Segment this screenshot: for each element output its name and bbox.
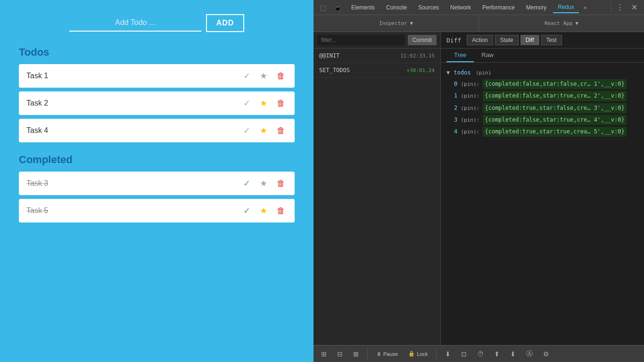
tree-pin: (pin): <box>461 93 479 99</box>
completed-section-title: Completed <box>19 154 295 166</box>
add-button[interactable]: ADD <box>206 14 245 32</box>
customize-devtools-button[interactable]: ⋮ <box>613 2 627 13</box>
tree-pin: (pin): <box>461 129 479 135</box>
tree-index: 3 <box>454 116 457 123</box>
bottom-icon-1[interactable]: ⊞ <box>317 348 330 360</box>
tab-raw[interactable]: Raw <box>474 49 501 62</box>
bottom-icon-4[interactable]: ⬇ <box>441 348 454 360</box>
delete-button[interactable]: 🗑 <box>275 70 287 82</box>
tab-memory[interactable]: Memory <box>521 2 551 13</box>
todo-text: Task 5 <box>26 206 236 215</box>
tree-root-key: todos <box>454 68 471 77</box>
check-button[interactable]: ✓ <box>241 205 252 217</box>
tree-value: {completed:true,star:false,cre… 3',__v:0… <box>483 103 626 113</box>
action-item-set-todos[interactable]: SET_TODOS +30:01.24 <box>314 63 440 78</box>
todo-item: Task 4 ✓ ★ 🗑 <box>19 119 295 142</box>
check-button[interactable]: ✓ <box>241 124 252 137</box>
device-toggle-icon[interactable]: 📱 <box>331 2 345 13</box>
star-button[interactable]: ★ <box>258 70 269 82</box>
tree-root-row: ▼ todos (pin) <box>445 67 640 78</box>
tree-item-row: 4 (pin): {completed:true,star:true,crea…… <box>445 126 640 138</box>
pause-icon: ⏸ <box>376 351 381 357</box>
bottom-icon-6[interactable]: ⏱ <box>473 348 487 360</box>
tab-network[interactable]: Network <box>446 2 476 13</box>
tree-value: {completed:false,star:true,cre… 4',__v:0… <box>483 115 626 125</box>
action-name: SET_TODOS <box>319 67 350 74</box>
todo-item: Task 2 ✓ ★ 🗑 <box>19 91 295 115</box>
star-button[interactable]: ★ <box>258 205 269 217</box>
tree-pin: (pin): <box>461 81 479 87</box>
inspector-title-section: Inspector ▼ <box>314 20 479 26</box>
delete-button[interactable]: 🗑 <box>275 178 287 189</box>
bottom-icon-8[interactable]: ⬇ <box>506 348 520 360</box>
react-app-title: React App <box>545 20 573 26</box>
filter-bar: Commit <box>314 32 440 49</box>
tree-index: 1 <box>454 92 457 99</box>
inspect-element-icon[interactable]: ⬚ <box>317 2 329 13</box>
devtools-overflow: ⋮ ✕ <box>611 2 640 13</box>
action-name: @@INIT <box>319 52 339 59</box>
todos-list: Task 1 ✓ ★ 🗑 Task 2 ✓ ★ 🗑 Task 4 ✓ ★ 🗑 <box>19 64 295 142</box>
tree-collapse-icon[interactable]: ▼ <box>446 68 450 77</box>
pause-label: Pause <box>383 351 398 357</box>
close-devtools-button[interactable]: ✕ <box>628 2 640 13</box>
tab-state[interactable]: State <box>495 35 519 45</box>
check-button[interactable]: ✓ <box>241 97 252 109</box>
tab-action[interactable]: Action <box>467 35 493 45</box>
lock-icon: 🔒 <box>408 351 415 357</box>
completed-list: Task 3 ✓ ★ 🗑 Task 5 ✓ ★ 🗑 <box>19 172 295 222</box>
star-button[interactable]: ★ <box>258 177 269 189</box>
more-tabs-button[interactable]: » <box>581 2 590 13</box>
todos-section-title: Todos <box>19 46 295 58</box>
tab-sources[interactable]: Sources <box>413 2 444 13</box>
diff-tabs: Diff Action State Diff Test <box>441 32 644 49</box>
bottom-icon-3[interactable]: ⊠ <box>349 348 363 360</box>
bottom-icon-9[interactable]: Ⓐ <box>522 348 537 360</box>
tab-test[interactable]: Test <box>541 35 562 45</box>
star-button[interactable]: ★ <box>258 124 269 137</box>
diff-label: Diff <box>446 37 461 44</box>
tree-index: 4 <box>454 128 457 135</box>
todo-text: Task 2 <box>26 99 236 107</box>
react-app-dropdown-icon[interactable]: ▼ <box>575 20 578 26</box>
devtools-topbar: ⬚ 📱 Elements Console Sources Network Per… <box>314 0 644 15</box>
tree-root-pin: (pin) <box>472 69 491 77</box>
tree-index: 0 <box>454 81 457 87</box>
tab-elements[interactable]: Elements <box>347 2 380 13</box>
tab-console[interactable]: Console <box>381 2 412 13</box>
pause-button[interactable]: ⏸ Pause <box>372 349 402 359</box>
lock-button[interactable]: 🔒 Lock <box>405 349 431 359</box>
delete-button[interactable]: 🗑 <box>275 125 287 137</box>
tab-tree[interactable]: Tree <box>446 49 474 62</box>
commit-button[interactable]: Commit <box>408 35 437 45</box>
add-todo-input[interactable] <box>69 15 201 32</box>
bottom-icon-7[interactable]: ⬆ <box>490 348 504 360</box>
bottom-divider-2 <box>436 348 437 360</box>
inspector-header: Inspector ▼ React App ▼ <box>314 15 644 32</box>
inspector-dropdown-icon[interactable]: ▼ <box>410 20 413 26</box>
react-app-title-section: React App ▼ <box>479 20 644 26</box>
action-item-init[interactable]: @@INIT 11:02:33.15 <box>314 49 440 63</box>
tree-value: {completed:true,star:true,crea… 5',__v:0… <box>483 127 626 137</box>
settings-button[interactable]: ⚙ <box>539 348 553 360</box>
tab-diff[interactable]: Diff <box>520 35 539 45</box>
tab-performance[interactable]: Performance <box>478 2 520 13</box>
bottom-icon-2[interactable]: ⊟ <box>333 348 347 360</box>
tree-content: ▼ todos (pin) 0 (pin): {completed:false,… <box>441 63 644 345</box>
tree-value: {completed:false,star:false,cr… 1',__v:0… <box>483 79 626 89</box>
tab-redux[interactable]: Redux <box>553 2 579 13</box>
check-button[interactable]: ✓ <box>241 177 252 189</box>
add-todo-section: ADD <box>19 14 295 32</box>
delete-button[interactable]: 🗑 <box>275 98 287 109</box>
tree-item-row: 1 (pin): {completed:false,star:true,cre…… <box>445 90 640 102</box>
tree-item-row: 2 (pin): {completed:true,star:false,cre…… <box>445 102 640 114</box>
delete-button[interactable]: 🗑 <box>275 205 287 217</box>
filter-input[interactable] <box>317 35 405 45</box>
tree-item-row: 3 (pin): {completed:false,star:true,cre…… <box>445 114 640 126</box>
devtools-main: Commit @@INIT 11:02:33.15 SET_TODOS +30:… <box>314 32 644 345</box>
star-button[interactable]: ★ <box>258 97 269 109</box>
todo-text: Task 3 <box>26 179 236 188</box>
todo-text: Task 4 <box>26 126 236 135</box>
check-button[interactable]: ✓ <box>241 70 252 82</box>
bottom-icon-5[interactable]: ⊡ <box>457 348 471 360</box>
